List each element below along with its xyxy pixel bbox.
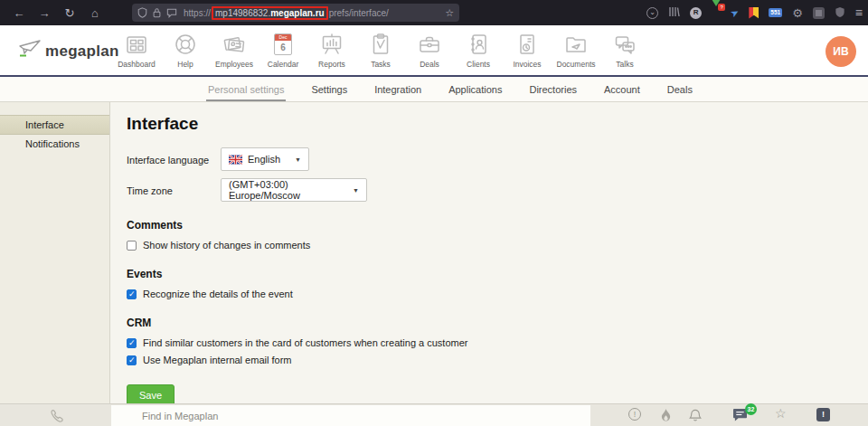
option-show-history[interactable]: Show history of changes in comments xyxy=(127,240,850,251)
lock-icon[interactable] xyxy=(152,7,162,18)
library-icon[interactable] xyxy=(668,6,680,19)
page-title: Interface xyxy=(127,114,850,134)
dashboard-icon xyxy=(124,29,149,59)
megaplan-plane-icon xyxy=(18,39,42,59)
chevron-down-icon: ▼ xyxy=(344,187,359,194)
deals-briefcase-icon xyxy=(417,29,442,59)
home-icon[interactable]: ⌂ xyxy=(87,6,103,20)
checkbox[interactable] xyxy=(127,289,137,299)
pointer-extension-icon[interactable]: ➤ xyxy=(729,6,741,19)
forward-icon[interactable]: → xyxy=(36,6,52,20)
download-extension-icon[interactable]: ? xyxy=(712,7,721,18)
flame-icon[interactable] xyxy=(660,408,672,426)
time-zone-value: (GMT+03:00) Europe/Moscow xyxy=(229,179,338,201)
url-bar[interactable]: https:// mp14986832.megaplan.ru prefs/in… xyxy=(132,4,459,22)
back-icon[interactable]: ← xyxy=(11,6,27,20)
settings-sidebar: Interface Notifications xyxy=(0,102,110,403)
nav-item-reports[interactable]: Reports xyxy=(307,29,356,69)
chevron-down-icon: ▼ xyxy=(286,156,301,163)
reader-extension-icon[interactable]: R xyxy=(690,7,702,19)
shield-icon[interactable] xyxy=(137,7,147,18)
browser-extensions: ⌄ R ? ➤ 551 ⚙ ≡ xyxy=(646,0,863,25)
interface-language-label: Interface language xyxy=(127,147,221,171)
time-zone-label: Time zone xyxy=(127,178,221,202)
info-icon[interactable]: ! xyxy=(628,408,641,421)
tab-directories[interactable]: Directories xyxy=(529,84,577,95)
section-events: Events xyxy=(127,268,850,280)
counter-extension-icon[interactable]: 551 xyxy=(769,8,782,18)
interface-language-value: English xyxy=(248,154,280,165)
permissions-bubble-icon[interactable] xyxy=(166,8,177,18)
nav-item-employees[interactable]: Employees xyxy=(210,29,259,69)
nav-item-documents[interactable]: Documents xyxy=(552,29,600,69)
nav-item-dashboard[interactable]: Dashboard xyxy=(112,29,161,69)
url-domain: megaplan.ru xyxy=(270,8,324,18)
logo-text: megaplan xyxy=(45,43,119,59)
tab-deals[interactable]: Deals xyxy=(667,84,693,95)
reports-chart-icon xyxy=(319,29,344,59)
question-badge: ? xyxy=(718,4,725,11)
interface-language-select[interactable]: English ▼ xyxy=(221,147,309,171)
user-avatar[interactable]: ИВ xyxy=(826,36,856,67)
chat-unread-badge: 32 xyxy=(745,403,757,415)
phone-icon[interactable] xyxy=(50,409,63,422)
section-comments: Comments xyxy=(127,219,850,232)
calendar-icon: Dec6 xyxy=(274,29,292,59)
megaplan-logo[interactable]: megaplan xyxy=(18,39,119,59)
tab-account[interactable]: Account xyxy=(604,84,640,95)
app-header: megaplan Dashboard Help Employees Dec6 C… xyxy=(0,25,868,77)
menu-icon[interactable]: ≡ xyxy=(855,6,863,19)
documents-folder-icon xyxy=(563,29,589,59)
option-internal-email-form[interactable]: Use Megaplan internal email form xyxy=(127,355,850,365)
checkbox[interactable] xyxy=(127,355,137,365)
pocket-icon[interactable]: ⌄ xyxy=(646,7,658,19)
nav-item-calendar[interactable]: Dec6 Calendar xyxy=(259,29,307,69)
tasks-clipboard-icon xyxy=(368,29,393,59)
invoices-document-icon xyxy=(514,29,540,59)
clients-book-icon xyxy=(466,29,491,59)
uk-flag-icon xyxy=(229,155,242,165)
employees-cards-icon xyxy=(222,29,247,59)
tab-personal-settings[interactable]: Personal settings xyxy=(208,84,284,95)
tab-integration[interactable]: Integration xyxy=(374,84,421,95)
nav-item-clients[interactable]: Clients xyxy=(454,29,503,69)
bookmark-star-icon[interactable]: ☆ xyxy=(445,7,454,19)
section-crm: CRM xyxy=(127,317,850,329)
tab-settings[interactable]: Settings xyxy=(311,84,347,95)
checkbox[interactable] xyxy=(127,241,137,251)
bottom-bar: ! 32 ☆ ! xyxy=(0,403,868,426)
url-path: prefs/interface/ xyxy=(329,8,389,18)
help-lifebuoy-icon xyxy=(173,29,198,59)
browser-toolbar: ← → ↻ ⌂ https:// mp14986832.megaplan.ru … xyxy=(0,0,868,25)
feedback-icon[interactable]: ! xyxy=(816,408,830,421)
sidebar-item-interface[interactable]: Interface xyxy=(0,115,109,135)
tab-applications[interactable]: Applications xyxy=(448,84,502,95)
url-domain-prefix: mp14986832. xyxy=(215,8,270,18)
settings-gear-icon[interactable]: ⚙ xyxy=(792,7,803,19)
time-zone-select[interactable]: (GMT+03:00) Europe/Moscow ▼ xyxy=(221,178,367,202)
favorites-star-icon[interactable]: ☆ xyxy=(775,406,787,421)
nav-item-help[interactable]: Help xyxy=(161,29,210,69)
nav-item-deals[interactable]: Deals xyxy=(405,29,454,69)
settings-tabs: Personal settings Settings Integration A… xyxy=(0,77,868,102)
bell-icon[interactable] xyxy=(689,408,702,426)
reload-icon[interactable]: ↻ xyxy=(61,6,78,20)
main-navigation: Dashboard Help Employees Dec6 Calendar R… xyxy=(112,29,649,69)
checkbox[interactable] xyxy=(127,338,137,348)
nav-item-tasks[interactable]: Tasks xyxy=(356,29,405,69)
url-domain-highlight: mp14986832.megaplan.ru xyxy=(212,6,328,20)
url-scheme: https:// xyxy=(184,8,211,18)
adblock-shield-icon[interactable] xyxy=(835,6,845,20)
talks-bubbles-icon xyxy=(612,29,637,59)
option-find-similar-customers[interactable]: Find similar customers in the card of cu… xyxy=(127,337,850,348)
search-input[interactable] xyxy=(111,405,590,426)
extension-square-icon[interactable] xyxy=(813,7,825,19)
chat-icon[interactable]: 32 xyxy=(732,408,748,425)
sidebar-item-notifications[interactable]: Notifications xyxy=(0,135,109,153)
nav-item-invoices[interactable]: Invoices xyxy=(503,29,552,69)
nav-item-talks[interactable]: Talks xyxy=(600,29,649,69)
settings-content: Interface Interface language English ▼ T… xyxy=(110,102,868,403)
bookmark-flag-extension-icon[interactable] xyxy=(749,7,759,19)
option-recognize-details[interactable]: Recognize the details of the event xyxy=(127,289,850,299)
